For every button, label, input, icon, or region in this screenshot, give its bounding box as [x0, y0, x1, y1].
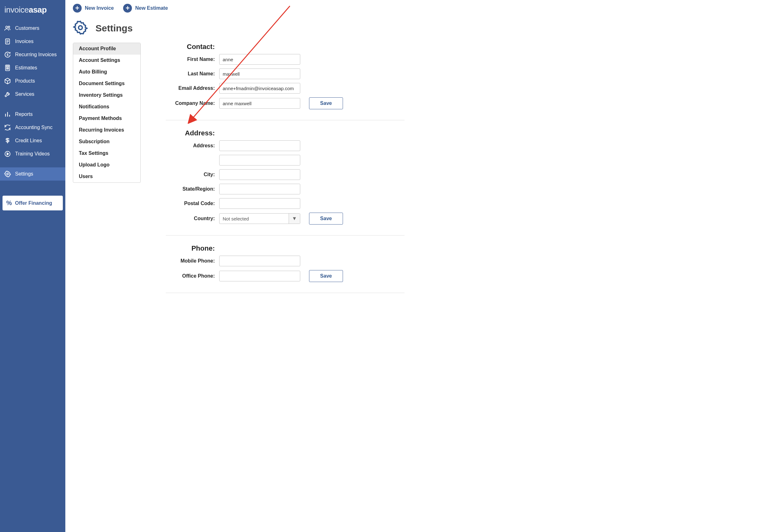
postal-label: Postal Code:	[166, 201, 215, 206]
sidebar-item-reports[interactable]: Reports	[0, 108, 65, 121]
company-input[interactable]	[219, 98, 300, 109]
save-address-button[interactable]: Save	[309, 213, 343, 225]
sidebar-item-label: Services	[15, 91, 34, 97]
nav-primary: Customers Invoices $ Recurring Invoices …	[0, 22, 65, 101]
company-label: Company Name:	[166, 100, 215, 106]
plus-icon: +	[123, 4, 132, 13]
sidebar-item-services[interactable]: Services	[0, 88, 65, 101]
sidebar-item-label: Products	[15, 78, 35, 84]
svg-point-13	[7, 173, 8, 175]
svg-point-6	[7, 68, 7, 68]
address-heading: Address:	[166, 129, 215, 137]
sidebar-item-invoices[interactable]: Invoices	[0, 35, 65, 48]
settings-menu-account-profile[interactable]: Account Profile	[73, 43, 140, 55]
settings-form: Contact: First Name: Last Name: Email Ad…	[166, 43, 405, 302]
settings-menu-document-settings[interactable]: Document Settings	[73, 78, 140, 90]
offer-financing-label: Offer Financing	[15, 200, 52, 206]
office-phone-input[interactable]	[219, 271, 300, 281]
percent-icon: %	[6, 199, 12, 207]
svg-rect-5	[6, 66, 8, 67]
calculator-icon	[4, 64, 11, 72]
postal-input[interactable]	[219, 198, 300, 209]
sidebar-item-label: Invoices	[15, 39, 34, 44]
new-estimate-button[interactable]: + New Estimate	[123, 4, 168, 13]
sidebar-item-estimates[interactable]: Estimates	[0, 61, 65, 74]
sidebar-item-recurring-invoices[interactable]: $ Recurring Invoices	[0, 48, 65, 61]
new-invoice-button[interactable]: + New Invoice	[73, 4, 114, 13]
offer-financing-button[interactable]: % Offer Financing	[3, 196, 63, 210]
svg-point-10	[7, 69, 8, 69]
play-circle-icon	[4, 150, 11, 158]
first-name-input[interactable]	[219, 54, 300, 65]
svg-point-7	[7, 68, 8, 68]
address-section: Address: Address: City: State/Regio	[166, 129, 405, 236]
settings-menu-inventory-settings[interactable]: Inventory Settings	[73, 90, 140, 101]
mobile-phone-label: Mobile Phone:	[166, 258, 215, 264]
gear-icon	[4, 170, 11, 178]
sidebar: invoiceasap Customers Invoices $ Recurri…	[0, 0, 65, 532]
svg-point-14	[79, 26, 82, 30]
svg-point-0	[6, 26, 8, 28]
first-name-label: First Name:	[166, 57, 215, 62]
last-name-label: Last Name:	[166, 71, 215, 77]
sidebar-item-customers[interactable]: Customers	[0, 22, 65, 35]
last-name-input[interactable]	[219, 68, 300, 79]
sidebar-item-training-videos[interactable]: Training Videos	[0, 147, 65, 160]
settings-menu-upload-logo[interactable]: Upload Logo	[73, 159, 140, 171]
settings-menu-users[interactable]: Users	[73, 171, 140, 182]
save-phone-button[interactable]: Save	[309, 270, 343, 282]
new-estimate-label: New Estimate	[135, 5, 168, 11]
address-line1-input[interactable]	[219, 140, 300, 151]
dollar-icon	[4, 137, 11, 144]
sidebar-item-settings[interactable]: Settings	[0, 167, 65, 181]
address-label: Address:	[166, 143, 215, 149]
sidebar-item-credit-lines[interactable]: Credit Lines	[0, 134, 65, 147]
contact-section: Contact: First Name: Last Name: Email Ad…	[166, 43, 405, 120]
phone-section: Phone: Mobile Phone: Office Phone: Save	[166, 244, 405, 293]
office-phone-label: Office Phone:	[166, 273, 215, 279]
box-icon	[4, 77, 11, 85]
country-select[interactable]: Not selected ▼	[219, 213, 300, 224]
sidebar-item-label: Training Videos	[15, 151, 50, 157]
sidebar-item-products[interactable]: Products	[0, 74, 65, 88]
email-input[interactable]	[219, 83, 300, 94]
logo: invoiceasap	[0, 0, 65, 22]
cycle-dollar-icon: $	[4, 51, 11, 58]
bar-chart-icon	[4, 111, 11, 118]
sidebar-item-accounting-sync[interactable]: Accounting Sync	[0, 121, 65, 134]
users-icon	[4, 24, 11, 32]
settings-menu-auto-billing[interactable]: Auto Billing	[73, 66, 140, 78]
svg-point-11	[8, 69, 8, 69]
clipboard-icon	[4, 38, 11, 45]
plus-icon: +	[73, 4, 82, 13]
settings-menu-subscription[interactable]: Subscription	[73, 136, 140, 148]
nav-secondary: Reports Accounting Sync Credit Lines Tra…	[0, 108, 65, 160]
svg-point-8	[8, 68, 8, 68]
chevron-down-icon: ▼	[289, 214, 300, 224]
svg-point-9	[7, 69, 7, 69]
city-label: City:	[166, 172, 215, 177]
sidebar-item-label: Accounting Sync	[15, 125, 52, 130]
sidebar-item-label: Recurring Invoices	[15, 52, 57, 57]
contact-heading: Contact:	[166, 43, 215, 51]
topbar: + New Invoice + New Estimate	[73, 0, 764, 18]
settings-menu-payment-methods[interactable]: Payment Methods	[73, 113, 140, 124]
sidebar-item-label: Reports	[15, 111, 33, 117]
settings-menu-account-settings[interactable]: Account Settings	[73, 55, 140, 66]
sidebar-item-label: Estimates	[15, 65, 37, 71]
settings-menu-tax-settings[interactable]: Tax Settings	[73, 148, 140, 159]
state-input[interactable]	[219, 184, 300, 194]
sync-icon	[4, 124, 11, 131]
settings-menu-notifications[interactable]: Notifications	[73, 101, 140, 113]
page-heading: Settings	[73, 18, 764, 43]
save-contact-button[interactable]: Save	[309, 97, 343, 109]
sidebar-item-label: Settings	[15, 171, 33, 177]
phone-heading: Phone:	[166, 244, 215, 252]
address-line2-input[interactable]	[219, 155, 300, 166]
mobile-phone-input[interactable]	[219, 256, 300, 266]
svg-point-1	[8, 26, 10, 28]
sidebar-item-label: Credit Lines	[15, 138, 42, 144]
settings-submenu: Account Profile Account Settings Auto Bi…	[73, 43, 141, 183]
city-input[interactable]	[219, 169, 300, 180]
settings-menu-recurring-invoices[interactable]: Recurring Invoices	[73, 124, 140, 136]
